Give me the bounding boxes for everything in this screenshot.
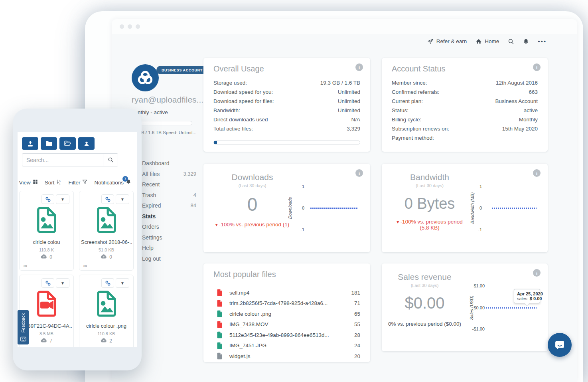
chat-launcher-button[interactable]	[548, 333, 572, 357]
account-button[interactable]	[78, 137, 95, 150]
sidebar-item-label: Recent	[142, 179, 160, 190]
card-title: Sales revenue	[382, 272, 468, 282]
info-icon[interactable]: i	[533, 63, 541, 71]
file-download-count: 0	[109, 254, 112, 260]
file-menu-button[interactable]: ▼	[56, 278, 69, 288]
card-title: Downloads	[203, 172, 301, 182]
file-expiry: ∞	[83, 263, 87, 269]
y-tick: 1	[462, 184, 482, 189]
file-downloads: 2	[79, 338, 133, 344]
account-status-card: Account Status i Member since: 12th Augu…	[382, 58, 548, 152]
popular-file-row[interactable]: cirlcle colour .png 65	[213, 309, 360, 319]
info-icon[interactable]: i	[533, 169, 541, 177]
notifications-control[interactable]: Notifications 7	[94, 179, 131, 186]
popular-file-row[interactable]: widget.js 20	[213, 351, 360, 362]
popular-file-row[interactable]: IMG_7438.MOV 55	[213, 319, 360, 330]
file-menu-button[interactable]: ▼	[116, 278, 129, 288]
copy-link-button[interactable]	[41, 194, 54, 204]
popular-file-row[interactable]: IMG_7451.JPG 24	[213, 340, 360, 351]
file-card[interactable]: ▼ cirlcle colour .png 110.8 KB	[79, 275, 134, 347]
sort-control[interactable]: Sort AZ	[45, 179, 62, 186]
top-navigation: Refer & earn Home •••	[427, 38, 547, 45]
notifications-count-badge: 7	[122, 176, 128, 182]
laptop-frame: Refer & earn Home ••• BUSINESS ACCOUNT	[85, 11, 583, 382]
sidebar-item-label: All files	[142, 169, 160, 180]
info-icon[interactable]: i	[355, 63, 363, 71]
sidebar-item-label: Help	[142, 243, 154, 253]
popular-file-count: 20	[354, 353, 360, 359]
card-title: Overall Usage	[213, 64, 264, 73]
popular-file-row[interactable]: sell.mp4 181	[213, 287, 360, 298]
sidebar-storage-progressbar	[138, 121, 192, 125]
status-row-label: Subscription renews on:	[392, 126, 449, 135]
file-card[interactable]: ▼ cirlcle colou 110.8 K	[19, 191, 74, 271]
file-size: 110.8 KB	[79, 331, 133, 336]
y-tick: 1	[284, 184, 304, 189]
file-card[interactable]: ▼ Screenshot 2018-06-... 51.0 KB	[79, 191, 134, 271]
sidebar-item-label: Orders	[142, 222, 159, 232]
home-link[interactable]: Home	[476, 38, 499, 45]
status-row: Subscription renews on: 15th May 2020	[392, 126, 538, 135]
file-menu-button[interactable]: ▼	[116, 194, 129, 204]
file-type-icon	[95, 206, 118, 234]
file-menu-button[interactable]: ▼	[56, 194, 69, 204]
feedback-label: Feedback	[21, 313, 26, 333]
bell-icon[interactable]	[523, 38, 529, 45]
overall-usage-card: Overall Usage i Storage used: 19.3 GB / …	[203, 58, 370, 152]
sidebar-item[interactable]: Recent	[142, 179, 196, 190]
file-type-icon	[217, 300, 223, 307]
sidebar-item[interactable]: Orders	[142, 222, 196, 232]
file-type-icon	[217, 310, 223, 317]
copy-link-button[interactable]	[41, 278, 54, 288]
sidebar-item[interactable]: Settings	[142, 232, 196, 243]
storage-progress-fill	[214, 141, 217, 144]
search-submit-button[interactable]	[103, 154, 118, 166]
usage-row-value: 3,329	[347, 126, 360, 135]
file-expiry: ∞	[24, 346, 27, 347]
status-row-value: 12th August 2016	[496, 80, 538, 89]
info-icon[interactable]: i	[355, 169, 363, 177]
status-row-value: active	[524, 107, 538, 117]
view-control[interactable]: View	[19, 179, 38, 186]
file-downloads: 0	[20, 254, 73, 260]
cloud-download-icon	[101, 254, 107, 260]
new-folder-button[interactable]	[41, 137, 57, 150]
sidebar-item[interactable]: Expired 84	[142, 200, 196, 211]
filter-control[interactable]: Filter	[68, 179, 87, 186]
feedback-tab[interactable]: Feedback	[18, 310, 29, 344]
window-dot	[136, 24, 140, 29]
popular-file-name: trim.2b8256f5-7cda-4798-925d-a428a6...	[229, 300, 354, 306]
card-title: Account Status	[392, 64, 446, 73]
status-row-value: Monthly	[519, 117, 538, 126]
file-download-count: 7	[49, 338, 52, 344]
sidebar-item[interactable]: Log out	[142, 253, 196, 264]
sales-series-line	[486, 307, 537, 309]
sidebar-item[interactable]: Dashboard	[142, 158, 196, 169]
overflow-menu-icon[interactable]: •••	[538, 38, 547, 45]
sidebar-item[interactable]: Stats	[142, 211, 196, 222]
usage-row: Storage used: 19.3 GB / 1.6 TB	[213, 80, 360, 89]
info-icon[interactable]: i	[533, 269, 541, 277]
y-tick: $0.00	[465, 305, 485, 310]
popular-file-row[interactable]: trim.2b8256f5-7cda-4798-925d-a428a6... 7…	[213, 298, 360, 309]
sidebar-item[interactable]: Help	[142, 243, 196, 253]
file-type-icon	[217, 342, 223, 349]
usage-row-value: N/A	[351, 117, 360, 126]
usage-row: Download speed for files: Unlimited	[213, 98, 360, 107]
copy-link-button[interactable]	[101, 194, 114, 204]
sidebar-item-label: Stats	[142, 211, 156, 222]
paper-plane-icon	[427, 38, 434, 45]
popular-file-row[interactable]: 5112e345-f23e-49ab-8993-864ee6513d... 28	[213, 330, 360, 340]
open-folder-button[interactable]	[59, 137, 76, 150]
refer-and-earn-link[interactable]: Refer & earn	[427, 38, 467, 45]
search-input[interactable]	[22, 154, 103, 166]
search-box	[22, 153, 118, 166]
popular-file-name: 5112e345-f23e-49ab-8993-864ee6513d...	[229, 332, 354, 338]
upload-button[interactable]	[22, 137, 38, 150]
status-row: Confirmed referrals: 663	[392, 89, 538, 98]
search-icon[interactable]	[508, 38, 514, 45]
copy-link-button[interactable]	[101, 278, 114, 288]
sidebar-item[interactable]: All files 3,329	[142, 169, 196, 180]
sidebar-item[interactable]: Trash 4	[142, 190, 196, 201]
file-expiry: ∞	[83, 346, 87, 347]
